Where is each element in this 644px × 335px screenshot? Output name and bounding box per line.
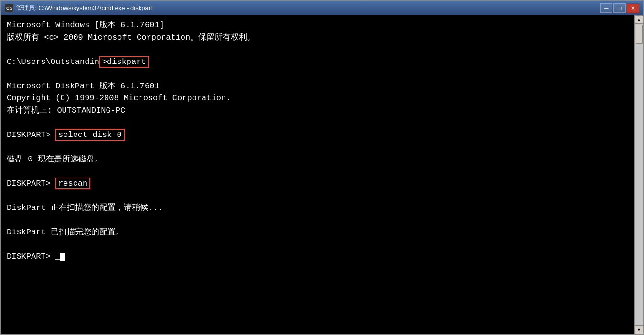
cursor-blink [60, 253, 65, 261]
prompt-2: DISKPART> [7, 130, 55, 139]
scrollbar[interactable]: ▲ ▼ [634, 15, 643, 334]
terminal-line-4: C:\Users\Outstandin>diskpart [7, 56, 629, 68]
window-title: 管理员: C:\Windows\system32\cmd.exe - diskp… [16, 4, 152, 12]
terminal-line-1: Microsoft Windows [版本 6.1.7601] [7, 19, 629, 31]
terminal-line-7: Copyright (C) 1999-2008 Microsoft Corpor… [7, 92, 629, 105]
terminal-line-5-empty [7, 68, 629, 80]
terminal-line-3-empty [7, 43, 629, 56]
minimize-button[interactable]: ─ [600, 3, 612, 13]
cmd-window: C:\ 管理员: C:\Windows\system32\cmd.exe - d… [0, 0, 644, 335]
terminal-line-16: DiskPart 正在扫描您的配置，请稍候... [7, 202, 629, 214]
terminal-line-2: 版权所有 <c> 2009 Microsoft Corporation。保留所有… [7, 31, 629, 44]
cmd-icon: C:\ [5, 4, 13, 12]
window-body: Microsoft Windows [版本 6.1.7601] 版权所有 <c>… [1, 15, 643, 334]
titlebar: C:\ 管理员: C:\Windows\system32\cmd.exe - d… [1, 1, 643, 15]
scroll-down-arrow[interactable]: ▼ [635, 325, 644, 334]
restore-button[interactable]: □ [613, 3, 626, 13]
prompt-3: DISKPART> [7, 179, 55, 188]
select-disk-cmd-highlight: select disk 0 [55, 129, 125, 141]
terminal-line-14: DISKPART> rescan [7, 178, 629, 190]
close-button[interactable]: ✕ [627, 3, 639, 13]
titlebar-buttons: ─ □ ✕ [600, 3, 639, 13]
terminal-area[interactable]: Microsoft Windows [版本 6.1.7601] 版权所有 <c>… [1, 15, 634, 334]
scroll-up-arrow[interactable]: ▲ [635, 15, 644, 24]
terminal-line-13-empty [7, 165, 629, 178]
terminal-line-15-empty [7, 189, 629, 202]
terminal-line-12: 磁盘 0 现在是所选磁盘。 [7, 153, 629, 166]
prompt-4: DISKPART> _ [7, 252, 60, 261]
titlebar-left: C:\ 管理员: C:\Windows\system32\cmd.exe - d… [5, 4, 152, 12]
scroll-track[interactable] [635, 24, 643, 325]
terminal-line-17-empty [7, 214, 629, 226]
terminal-line-19-empty [7, 238, 629, 251]
terminal-line-8: 在计算机上: OUTSTANDING-PC [7, 105, 629, 117]
terminal-line-11-empty [7, 141, 629, 153]
terminal-line-9-empty [7, 116, 629, 129]
terminal-line-6: Microsoft DiskPart 版本 6.1.7601 [7, 80, 629, 93]
terminal-line-18: DiskPart 已扫描完您的配置。 [7, 226, 629, 239]
terminal-line-10: DISKPART> select disk 0 [7, 129, 629, 141]
prompt-1: C:\Users\Outstandin [7, 57, 99, 66]
scroll-thumb[interactable] [636, 25, 643, 44]
terminal-line-20: DISKPART> _ [7, 251, 629, 263]
rescan-cmd-highlight: rescan [55, 178, 90, 189]
diskpart-cmd-highlight: >diskpart [99, 56, 149, 68]
